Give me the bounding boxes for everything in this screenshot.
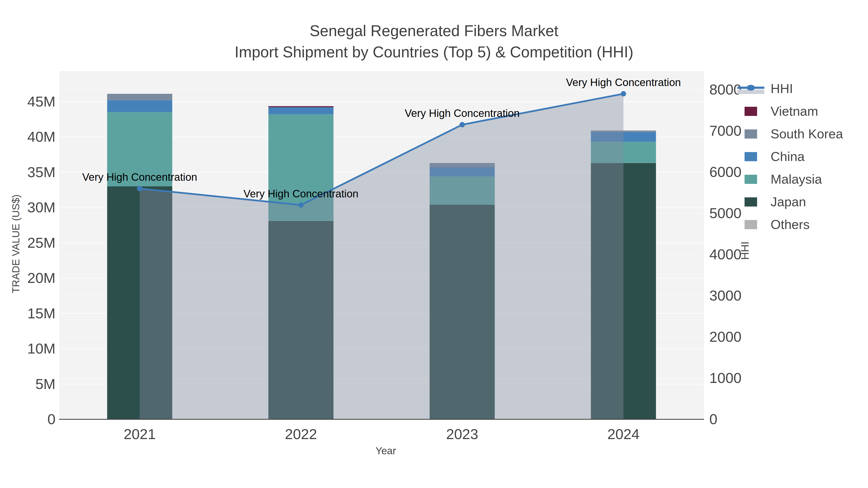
- y-right-tick-label: 6000: [709, 164, 741, 180]
- y-left-tick-label: 0: [48, 411, 56, 427]
- x-tick-label-2022: 2022: [285, 426, 317, 442]
- hhi-marker-2021[interactable]: [137, 186, 142, 191]
- annotation-2024: Very High Concentration: [566, 76, 681, 88]
- chart-figure: 05M10M15M20M25M30M35M40M45M0100020003000…: [0, 0, 868, 488]
- legend-item-others[interactable]: Others: [745, 217, 810, 232]
- chart-title-line2: Import Shipment by Countries (Top 5) & C…: [235, 43, 633, 61]
- y-right-tick-label: 7000: [709, 123, 741, 139]
- y-left-tick-label: 5M: [35, 376, 56, 392]
- y-left-axis-title: TRADE VALUE (US$): [10, 194, 22, 293]
- bar-segment-south-korea-2021[interactable]: [107, 94, 172, 100]
- annotation-2021: Very High Concentration: [82, 171, 197, 183]
- chart-title-line1: Senegal Regenerated Fibers Market: [310, 22, 558, 39]
- y-right-axis-title: HHI: [739, 241, 751, 260]
- legend-color-swatch: [745, 175, 757, 184]
- legend-item-vietnam[interactable]: Vietnam: [745, 104, 818, 118]
- legend-color-swatch: [745, 107, 757, 116]
- y-left-tick-label: 30M: [27, 199, 56, 216]
- hhi-marker-2023[interactable]: [460, 122, 465, 127]
- y-right-tick-label: 5000: [709, 205, 741, 221]
- x-axis-title: Year: [376, 445, 396, 456]
- y-left-tick-label: 40M: [27, 129, 56, 145]
- legend-label: Vietnam: [771, 104, 818, 118]
- x-tick-label-2024: 2024: [607, 426, 640, 442]
- legend-hhi-marker-swatch: [747, 85, 755, 91]
- combo-chart-canvas: 05M10M15M20M25M30M35M40M45M0100020003000…: [0, 0, 868, 488]
- legend-label: Others: [771, 217, 810, 232]
- hhi-marker-2022[interactable]: [298, 202, 304, 208]
- legend-label: South Korea: [771, 127, 843, 141]
- x-tick-label-2021: 2021: [124, 426, 156, 442]
- legend-label: HHI: [771, 81, 793, 96]
- legend-item-malaysia[interactable]: Malaysia: [745, 172, 822, 186]
- annotation-2023: Very High Concentration: [405, 107, 520, 119]
- y-left-tick-label: 35M: [27, 164, 56, 180]
- y-right-tick-label: 8000: [709, 82, 741, 98]
- legend-item-japan[interactable]: Japan: [745, 194, 806, 209]
- legend-item-south-korea[interactable]: South Korea: [745, 127, 843, 141]
- y-left-tick-label: 25M: [27, 235, 56, 251]
- y-right-tick-label: 3000: [709, 288, 741, 304]
- legend-label: China: [771, 149, 805, 164]
- y-left-tick-label: 10M: [27, 340, 56, 357]
- bar-segment-china-2022[interactable]: [268, 107, 334, 114]
- bar-segment-china-2021[interactable]: [107, 100, 172, 112]
- bar-segment-vietnam-2022[interactable]: [268, 106, 334, 107]
- legend-item-hhi[interactable]: HHI: [737, 81, 793, 96]
- y-right-tick-label: 2000: [709, 329, 741, 345]
- legend-color-swatch: [745, 152, 757, 161]
- legend-color-swatch: [745, 197, 757, 206]
- legend-label: Japan: [771, 194, 806, 209]
- hhi-marker-2024[interactable]: [621, 91, 626, 96]
- annotation-2022: Very High Concentration: [244, 188, 359, 199]
- legend-item-china[interactable]: China: [745, 149, 805, 164]
- legend-label: Malaysia: [771, 172, 822, 186]
- y-left-tick-label: 45M: [27, 94, 56, 110]
- legend: HHIVietnamSouth KoreaChinaMalaysiaJapanO…: [737, 81, 843, 232]
- legend-color-swatch: [745, 129, 757, 138]
- y-right-tick-label: 4000: [709, 246, 741, 262]
- y-left-tick-label: 15M: [27, 305, 56, 322]
- y-right-tick-label: 1000: [709, 370, 741, 386]
- legend-color-swatch: [745, 220, 757, 229]
- y-right-tick-label: 0: [709, 411, 717, 427]
- x-tick-label-2023: 2023: [446, 426, 478, 442]
- y-left-tick-label: 20M: [27, 270, 56, 286]
